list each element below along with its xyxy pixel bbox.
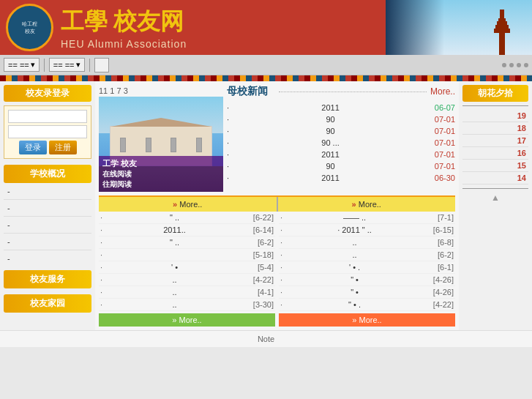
list-item-text: ..	[172, 300, 176, 309]
more-bar-left-btn[interactable]: » More..	[102, 200, 274, 209]
title-cn: 工學 校友网	[61, 6, 187, 38]
right-sidebar-item[interactable]: 18	[462, 122, 528, 135]
right-sidebar-item[interactable]: 17	[462, 135, 528, 147]
sidebar-item-3[interactable]: -	[4, 219, 91, 231]
toolbar-sep-1	[44, 59, 45, 72]
list-item-text: ..	[172, 275, 176, 284]
news-item[interactable]: 201106-30	[227, 172, 455, 184]
pagoda-image	[386, 0, 532, 55]
sidebar-item-4[interactable]: -	[4, 236, 91, 247]
sidebar-item-2[interactable]: -	[4, 202, 91, 214]
news-more-link[interactable]: More..	[430, 86, 455, 97]
news-item-date: 07-01	[430, 162, 455, 171]
news-item[interactable]: 9007-01	[227, 125, 455, 137]
list-item[interactable]: [5-18]	[99, 249, 275, 261]
toolbar-btn-3[interactable]	[94, 58, 109, 72]
list-item[interactable]: · 2011 " ..[6-15]	[279, 224, 455, 236]
list-item[interactable]: ' • .[6-1]	[279, 261, 455, 274]
list-item[interactable]: ..[6-2]	[279, 249, 455, 261]
arrow-right-icon-2: »	[352, 200, 356, 209]
right-sidebar-item[interactable]: 14	[462, 172, 528, 184]
list-item[interactable]: ..[4-1]	[99, 286, 275, 299]
list-item[interactable]: ..[3-30]	[99, 299, 275, 311]
list-item[interactable]: —— ..[7-1]	[279, 212, 455, 224]
toolbar-btn-2[interactable]: == == ▾	[49, 58, 85, 72]
right-sidebar-item[interactable]: 15	[462, 160, 528, 172]
left-more-text: » More..	[101, 316, 273, 324]
sidebar-item-1[interactable]: -	[4, 185, 91, 197]
news-item[interactable]: 201106-07	[227, 102, 455, 113]
divider-2	[4, 216, 91, 217]
title-cn-prefix: 工	[61, 8, 84, 34]
list-item[interactable]: ..[6-8]	[279, 236, 455, 249]
news-item-text: 2011	[321, 103, 339, 112]
list-item[interactable]: " ..[6-22]	[99, 212, 275, 224]
list-item[interactable]: " •[4-26]	[279, 274, 455, 286]
list-item-date: [4-22]	[244, 275, 274, 284]
toolbar-btn-1[interactable]: == == ▾	[4, 58, 40, 72]
list-item-date: [3-30]	[244, 300, 274, 309]
list-item-date: [6-8]	[424, 238, 454, 247]
news-item-date: 06-30	[430, 174, 455, 182]
right-divider-2	[462, 188, 528, 189]
register-button[interactable]: 注册	[49, 141, 77, 154]
image-overlay: 工学 校友 在线阅读 往期阅读	[99, 156, 223, 192]
password-input[interactable]	[8, 125, 87, 138]
list-item[interactable]: " • .[4-22]	[279, 299, 455, 311]
header: 哈工程校友 工學 校友网 HEU Alumni Association	[0, 0, 532, 55]
right-list-more-bar[interactable]: » More..	[279, 313, 455, 327]
news-item-text: 90	[326, 127, 334, 135]
more-bar-right-btn[interactable]: » More..	[281, 200, 453, 209]
dot-3	[517, 63, 521, 67]
scroll-up-arrow[interactable]: ▲	[462, 193, 528, 203]
list-item[interactable]: ..[4-22]	[99, 274, 275, 286]
more-bar-right-label: More..	[359, 200, 381, 209]
list-item-text: " •	[351, 288, 359, 297]
service-title[interactable]: 校友服务	[4, 270, 91, 288]
deco-bar	[0, 75, 532, 81]
right-item-num: 15	[517, 161, 526, 170]
list-item[interactable]: 2011..[6-14]	[99, 224, 275, 236]
login-section: 校友录登录 登录 注册	[4, 85, 91, 159]
school-section: 学校概况 - - - - -	[4, 165, 91, 264]
news-item[interactable]: 9007-01	[227, 160, 455, 172]
list-item[interactable]: " ..[6-2]	[99, 236, 275, 249]
news-item[interactable]: 90 ...07-01	[227, 137, 455, 149]
sidebar-item-5[interactable]: -	[4, 253, 91, 264]
family-title[interactable]: 校友家园	[4, 294, 91, 313]
list-item-date: [6-2]	[424, 250, 454, 259]
list-item-text: ..	[172, 288, 176, 297]
list-item-date: [7-1]	[424, 213, 454, 222]
right-item-num: 18	[517, 124, 526, 133]
news-list: 201106-079007-019007-0190 ...07-01201107…	[227, 102, 455, 184]
left-list-more-bar[interactable]: » More..	[99, 313, 275, 327]
right-divider-1	[462, 105, 528, 106]
more-bar: » More.. » More..	[99, 195, 455, 212]
news-item[interactable]: 201107-01	[227, 149, 455, 160]
left-list: " ..[6-22]2011..[6-14]" ..[6-2][5-18]' •…	[99, 212, 275, 327]
list-item-date: [6-1]	[424, 263, 454, 272]
top-section: 11 1 7 3	[99, 85, 455, 192]
more-bar-left-label: More..	[179, 200, 202, 209]
list-item-text: " • .	[348, 300, 361, 309]
list-item[interactable]: ' •[5-4]	[99, 261, 275, 274]
right-item-num: 16	[517, 149, 526, 157]
right-sidebar-item[interactable]: 19	[462, 110, 528, 122]
arrow-right-icon-3: »	[172, 316, 176, 324]
list-item[interactable]: " •[4-26]	[279, 286, 455, 299]
login-button[interactable]: 登录	[19, 141, 47, 154]
news-item-date: 07-01	[430, 127, 455, 135]
right-item-num: 17	[517, 136, 526, 145]
divider-3	[4, 233, 91, 234]
image-box: 11 1 7 3	[99, 85, 223, 192]
right-sidebar-item[interactable]: 16	[462, 147, 528, 160]
overlay-line1: 工学 校友	[102, 158, 220, 169]
divider-1	[4, 199, 91, 200]
school-title[interactable]: 学校概况	[4, 165, 91, 183]
left-sidebar: 校友录登录 登录 注册 学校概况 - - - - - 校友服务	[0, 81, 95, 330]
toolbar-sep-2	[89, 59, 90, 72]
header-image	[386, 0, 532, 55]
news-item[interactable]: 9007-01	[227, 113, 455, 125]
site-title: 工學 校友网 HEU Alumni Association	[61, 6, 187, 50]
username-input[interactable]	[8, 110, 87, 123]
